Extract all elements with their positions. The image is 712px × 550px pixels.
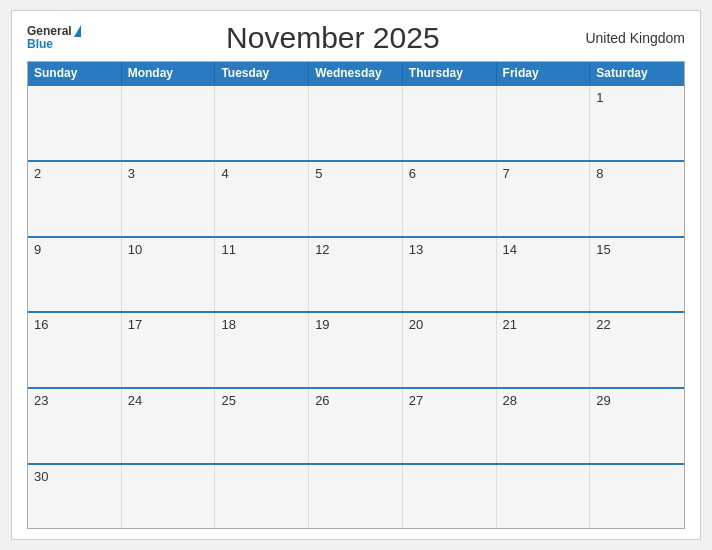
day-number: 26 <box>315 393 396 408</box>
day-number: 15 <box>596 242 678 257</box>
day-number: 5 <box>315 166 396 181</box>
day-cell: 25 <box>215 389 309 463</box>
day-number: 25 <box>221 393 302 408</box>
weeks-container: 1234567891011121314151617181920212223242… <box>28 84 684 463</box>
day-cell: 14 <box>497 238 591 312</box>
logo: General Blue <box>27 25 81 51</box>
day-cell-last <box>122 465 216 528</box>
week-row-4: 23242526272829 <box>28 387 684 463</box>
calendar-header: General Blue November 2025 United Kingdo… <box>27 21 685 55</box>
day-number: 17 <box>128 317 209 332</box>
logo-triangle-icon <box>74 25 81 37</box>
day-number: 30 <box>34 469 115 484</box>
day-cell: 24 <box>122 389 216 463</box>
day-cell: 16 <box>28 313 122 387</box>
last-week-row: 30 <box>28 463 684 528</box>
day-cell-last <box>403 465 497 528</box>
calendar: General Blue November 2025 United Kingdo… <box>11 10 701 540</box>
day-number: 2 <box>34 166 115 181</box>
day-cell: 22 <box>590 313 684 387</box>
logo-blue-text: Blue <box>27 37 53 51</box>
day-cell-last <box>497 465 591 528</box>
day-cell: 20 <box>403 313 497 387</box>
day-headers-row: SundayMondayTuesdayWednesdayThursdayFrid… <box>28 62 684 84</box>
day-number: 19 <box>315 317 396 332</box>
day-cell-last: 30 <box>28 465 122 528</box>
day-number: 29 <box>596 393 678 408</box>
day-cell: 2 <box>28 162 122 236</box>
day-number: 20 <box>409 317 490 332</box>
day-cell: 27 <box>403 389 497 463</box>
day-number: 4 <box>221 166 302 181</box>
day-number: 1 <box>596 90 678 105</box>
day-cell: 17 <box>122 313 216 387</box>
day-number: 13 <box>409 242 490 257</box>
day-cell: 29 <box>590 389 684 463</box>
day-cell: 4 <box>215 162 309 236</box>
day-header-wednesday: Wednesday <box>309 62 403 84</box>
day-cell <box>28 86 122 160</box>
day-number: 22 <box>596 317 678 332</box>
week-row-3: 16171819202122 <box>28 311 684 387</box>
day-cell: 6 <box>403 162 497 236</box>
day-number: 12 <box>315 242 396 257</box>
day-header-sunday: Sunday <box>28 62 122 84</box>
day-cell-last <box>309 465 403 528</box>
day-cell <box>122 86 216 160</box>
day-cell: 5 <box>309 162 403 236</box>
day-cell: 1 <box>590 86 684 160</box>
day-cell-last <box>590 465 684 528</box>
day-cell <box>497 86 591 160</box>
week-row-0: 1 <box>28 84 684 160</box>
day-number: 7 <box>503 166 584 181</box>
day-header-saturday: Saturday <box>590 62 684 84</box>
day-number: 14 <box>503 242 584 257</box>
day-header-monday: Monday <box>122 62 216 84</box>
day-cell: 21 <box>497 313 591 387</box>
day-cell: 19 <box>309 313 403 387</box>
day-number: 27 <box>409 393 490 408</box>
day-number: 23 <box>34 393 115 408</box>
day-cell: 3 <box>122 162 216 236</box>
country-label: United Kingdom <box>585 30 685 46</box>
day-cell: 26 <box>309 389 403 463</box>
day-number: 18 <box>221 317 302 332</box>
day-number: 8 <box>596 166 678 181</box>
day-cell <box>403 86 497 160</box>
day-cell <box>215 86 309 160</box>
day-number: 6 <box>409 166 490 181</box>
day-cell: 11 <box>215 238 309 312</box>
calendar-grid: SundayMondayTuesdayWednesdayThursdayFrid… <box>27 61 685 529</box>
day-number: 9 <box>34 242 115 257</box>
day-cell: 8 <box>590 162 684 236</box>
day-cell: 23 <box>28 389 122 463</box>
day-cell: 15 <box>590 238 684 312</box>
day-number: 24 <box>128 393 209 408</box>
day-number: 28 <box>503 393 584 408</box>
day-number: 11 <box>221 242 302 257</box>
day-cell <box>309 86 403 160</box>
day-cell: 13 <box>403 238 497 312</box>
day-cell: 7 <box>497 162 591 236</box>
day-cell-last <box>215 465 309 528</box>
day-cell: 18 <box>215 313 309 387</box>
day-cell: 28 <box>497 389 591 463</box>
day-header-thursday: Thursday <box>403 62 497 84</box>
calendar-title: November 2025 <box>81 21 585 55</box>
day-cell: 9 <box>28 238 122 312</box>
day-number: 3 <box>128 166 209 181</box>
week-row-1: 2345678 <box>28 160 684 236</box>
week-row-2: 9101112131415 <box>28 236 684 312</box>
day-cell: 10 <box>122 238 216 312</box>
day-number: 16 <box>34 317 115 332</box>
day-number: 10 <box>128 242 209 257</box>
day-header-friday: Friday <box>497 62 591 84</box>
day-header-tuesday: Tuesday <box>215 62 309 84</box>
day-number: 21 <box>503 317 584 332</box>
day-cell: 12 <box>309 238 403 312</box>
